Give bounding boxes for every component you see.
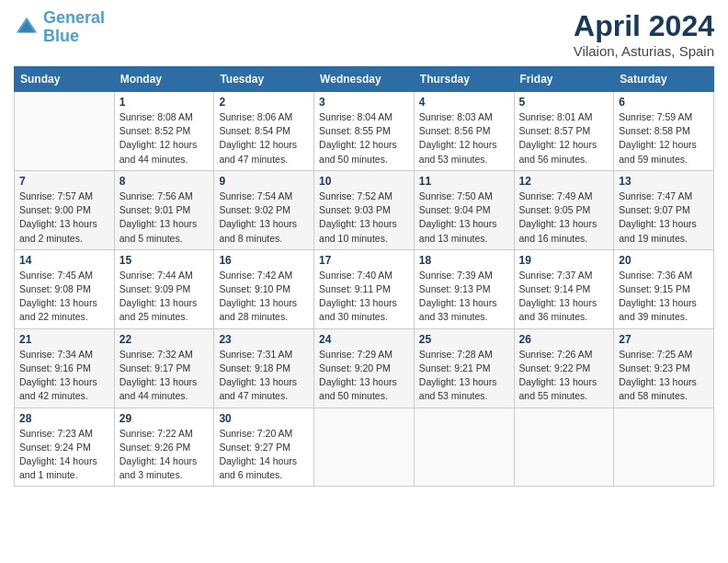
calendar-week-4: 21Sunrise: 7:34 AM Sunset: 9:16 PM Dayli… [15, 328, 714, 408]
day-info: Sunrise: 8:03 AM Sunset: 8:56 PM Dayligh… [419, 110, 509, 167]
weekday-header-wednesday: Wednesday [314, 67, 415, 92]
day-info: Sunrise: 8:06 AM Sunset: 8:54 PM Dayligh… [219, 110, 309, 167]
calendar-cell [314, 408, 415, 487]
day-info: Sunrise: 7:42 AM Sunset: 9:10 PM Dayligh… [219, 269, 309, 325]
calendar-cell: 24Sunrise: 7:29 AM Sunset: 9:20 PM Dayli… [314, 328, 415, 408]
calendar-cell: 11Sunrise: 7:50 AM Sunset: 9:04 PM Dayli… [414, 170, 514, 249]
day-number: 22 [119, 333, 210, 346]
day-number: 15 [119, 254, 210, 267]
calendar-cell: 15Sunrise: 7:44 AM Sunset: 9:09 PM Dayli… [114, 249, 214, 328]
calendar-cell: 26Sunrise: 7:26 AM Sunset: 9:22 PM Dayli… [514, 328, 614, 408]
title-area: April 2024 Vilaion, Asturias, Spain [574, 9, 714, 59]
day-info: Sunrise: 7:39 AM Sunset: 9:13 PM Dayligh… [419, 269, 509, 325]
day-number: 9 [219, 175, 309, 188]
calendar-cell: 29Sunrise: 7:22 AM Sunset: 9:26 PM Dayli… [114, 408, 214, 487]
calendar-cell: 19Sunrise: 7:37 AM Sunset: 9:14 PM Dayli… [514, 249, 614, 328]
calendar-week-2: 7Sunrise: 7:57 AM Sunset: 9:00 PM Daylig… [15, 170, 714, 249]
calendar-cell: 16Sunrise: 7:42 AM Sunset: 9:10 PM Dayli… [214, 249, 314, 328]
day-number: 11 [419, 175, 509, 188]
day-number: 6 [619, 96, 709, 109]
day-number: 30 [219, 412, 309, 425]
calendar-cell: 14Sunrise: 7:45 AM Sunset: 9:08 PM Dayli… [15, 249, 115, 328]
calendar-cell: 3Sunrise: 8:04 AM Sunset: 8:55 PM Daylig… [314, 92, 415, 171]
day-number: 14 [19, 254, 109, 267]
calendar-cell: 18Sunrise: 7:39 AM Sunset: 9:13 PM Dayli… [414, 249, 514, 328]
calendar-cell: 25Sunrise: 7:28 AM Sunset: 9:21 PM Dayli… [414, 328, 514, 408]
day-info: Sunrise: 7:29 AM Sunset: 9:20 PM Dayligh… [319, 348, 409, 404]
weekday-header-tuesday: Tuesday [214, 67, 314, 92]
calendar-cell: 1Sunrise: 8:08 AM Sunset: 8:52 PM Daylig… [114, 92, 214, 171]
day-number: 7 [19, 175, 109, 188]
calendar-cell: 9Sunrise: 7:54 AM Sunset: 9:02 PM Daylig… [214, 170, 314, 249]
day-number: 3 [319, 96, 409, 109]
day-info: Sunrise: 7:25 AM Sunset: 9:23 PM Dayligh… [619, 348, 709, 404]
day-number: 28 [19, 412, 109, 425]
calendar-cell: 6Sunrise: 7:59 AM Sunset: 8:58 PM Daylig… [614, 92, 714, 171]
day-info: Sunrise: 8:08 AM Sunset: 8:52 PM Dayligh… [119, 110, 210, 167]
calendar-cell: 21Sunrise: 7:34 AM Sunset: 9:16 PM Dayli… [15, 328, 115, 408]
day-info: Sunrise: 7:23 AM Sunset: 9:24 PM Dayligh… [19, 427, 109, 483]
logo: General Blue [14, 9, 105, 46]
day-info: Sunrise: 7:20 AM Sunset: 9:27 PM Dayligh… [219, 427, 309, 483]
header: General Blue April 2024 Vilaion, Asturia… [14, 9, 714, 59]
day-info: Sunrise: 8:04 AM Sunset: 8:55 PM Dayligh… [319, 110, 409, 167]
day-info: Sunrise: 7:31 AM Sunset: 9:18 PM Dayligh… [219, 348, 309, 404]
day-number: 26 [519, 333, 609, 346]
day-number: 16 [219, 254, 309, 267]
calendar-cell: 27Sunrise: 7:25 AM Sunset: 9:23 PM Dayli… [614, 328, 714, 408]
calendar-header: SundayMondayTuesdayWednesdayThursdayFrid… [15, 67, 714, 92]
day-number: 17 [319, 254, 409, 267]
calendar-cell [514, 408, 614, 487]
day-info: Sunrise: 7:45 AM Sunset: 9:08 PM Dayligh… [19, 269, 109, 325]
day-info: Sunrise: 7:59 AM Sunset: 8:58 PM Dayligh… [619, 110, 709, 167]
day-number: 23 [219, 333, 309, 346]
day-number: 20 [619, 254, 709, 267]
day-number: 5 [519, 96, 609, 109]
day-number: 18 [419, 254, 509, 267]
calendar-title: April 2024 [574, 9, 714, 43]
day-info: Sunrise: 7:40 AM Sunset: 9:11 PM Dayligh… [319, 269, 409, 325]
day-number: 4 [419, 96, 509, 109]
day-number: 29 [119, 412, 210, 425]
calendar-cell: 13Sunrise: 7:47 AM Sunset: 9:07 PM Dayli… [614, 170, 714, 249]
calendar-cell: 30Sunrise: 7:20 AM Sunset: 9:27 PM Dayli… [214, 408, 314, 487]
day-number: 25 [419, 333, 509, 346]
calendar-cell: 7Sunrise: 7:57 AM Sunset: 9:00 PM Daylig… [15, 170, 115, 249]
day-info: Sunrise: 7:28 AM Sunset: 9:21 PM Dayligh… [419, 348, 509, 404]
day-number: 19 [519, 254, 609, 267]
day-number: 12 [519, 175, 609, 188]
calendar-week-1: 1Sunrise: 8:08 AM Sunset: 8:52 PM Daylig… [15, 92, 714, 171]
logo-line2: Blue [43, 27, 79, 45]
calendar-week-3: 14Sunrise: 7:45 AM Sunset: 9:08 PM Dayli… [15, 249, 714, 328]
day-info: Sunrise: 8:01 AM Sunset: 8:57 PM Dayligh… [519, 110, 609, 167]
day-number: 10 [319, 175, 409, 188]
calendar-cell [414, 408, 514, 487]
logo-icon [14, 15, 40, 40]
weekday-header-saturday: Saturday [614, 67, 714, 92]
day-info: Sunrise: 7:37 AM Sunset: 9:14 PM Dayligh… [519, 269, 609, 325]
day-info: Sunrise: 7:22 AM Sunset: 9:26 PM Dayligh… [119, 427, 210, 483]
day-info: Sunrise: 7:32 AM Sunset: 9:17 PM Dayligh… [119, 348, 210, 404]
day-number: 8 [119, 175, 210, 188]
calendar-cell [614, 408, 714, 487]
day-info: Sunrise: 7:56 AM Sunset: 9:01 PM Dayligh… [119, 190, 210, 246]
calendar-cell: 8Sunrise: 7:56 AM Sunset: 9:01 PM Daylig… [114, 170, 214, 249]
calendar-cell: 12Sunrise: 7:49 AM Sunset: 9:05 PM Dayli… [514, 170, 614, 249]
weekday-header-thursday: Thursday [414, 67, 514, 92]
weekday-row: SundayMondayTuesdayWednesdayThursdayFrid… [15, 67, 714, 92]
calendar-cell: 17Sunrise: 7:40 AM Sunset: 9:11 PM Dayli… [314, 249, 415, 328]
weekday-header-friday: Friday [514, 67, 614, 92]
day-info: Sunrise: 7:36 AM Sunset: 9:15 PM Dayligh… [619, 269, 709, 325]
day-info: Sunrise: 7:50 AM Sunset: 9:04 PM Dayligh… [419, 190, 509, 246]
logo-text: General Blue [43, 9, 105, 46]
calendar-body: 1Sunrise: 8:08 AM Sunset: 8:52 PM Daylig… [15, 92, 714, 487]
calendar-cell: 2Sunrise: 8:06 AM Sunset: 8:54 PM Daylig… [214, 92, 314, 171]
day-info: Sunrise: 7:34 AM Sunset: 9:16 PM Dayligh… [19, 348, 109, 404]
calendar-cell: 10Sunrise: 7:52 AM Sunset: 9:03 PM Dayli… [314, 170, 415, 249]
day-info: Sunrise: 7:52 AM Sunset: 9:03 PM Dayligh… [319, 190, 409, 246]
day-info: Sunrise: 7:57 AM Sunset: 9:00 PM Dayligh… [19, 190, 109, 246]
calendar-cell: 4Sunrise: 8:03 AM Sunset: 8:56 PM Daylig… [414, 92, 514, 171]
calendar-cell [15, 92, 115, 171]
calendar-table: SundayMondayTuesdayWednesdayThursdayFrid… [14, 66, 714, 487]
calendar-cell: 23Sunrise: 7:31 AM Sunset: 9:18 PM Dayli… [214, 328, 314, 408]
